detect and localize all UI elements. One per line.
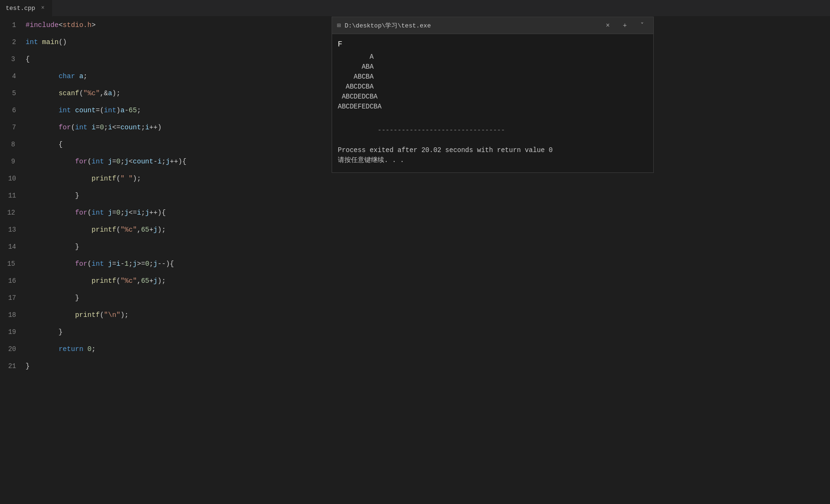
token-punc: ;: [83, 72, 88, 80]
code-line: 10 printf(" ");: [0, 170, 332, 187]
token-punc: ;: [120, 158, 125, 165]
line-number: 9: [0, 158, 24, 165]
token-punc: ,: [137, 226, 141, 234]
line-number: 14: [0, 243, 24, 251]
terminal-output: A ABA ABCBA ABCDCBA ABCDEDCBAABCDEFEDCBA: [338, 52, 648, 112]
token-punc: [26, 72, 59, 80]
terminal-overlay: ⊞ D:\desktop\学习\test.exe × + ˅ F A ABA A…: [332, 17, 830, 504]
token-num: 0: [116, 158, 120, 165]
line-content: #include<stdio.h>: [24, 21, 96, 29]
line-content: }: [24, 362, 30, 370]
token-var: i: [91, 124, 96, 131]
token-punc: );: [133, 175, 141, 182]
line-content: }: [24, 192, 79, 199]
code-line: 2int main(): [0, 34, 332, 51]
token-kw: int: [91, 260, 104, 268]
code-line: 19 }: [0, 324, 332, 341]
token-punc: ;: [104, 124, 108, 131]
token-punc: ;: [162, 158, 166, 165]
token-kw-ctrl: for: [75, 209, 87, 216]
code-line: 5 scanf("%c",&a);: [0, 85, 332, 102]
line-number: 16: [0, 277, 24, 285]
terminal-input: F: [338, 39, 648, 50]
token-var: j: [108, 260, 112, 268]
code-line: 18 printf("\n");: [0, 306, 332, 324]
terminal-add-button[interactable]: +: [618, 19, 632, 32]
token-var: i: [108, 124, 112, 131]
token-punc: >=: [137, 260, 145, 268]
token-punc: --){: [157, 260, 174, 268]
token-punc: ,: [137, 277, 141, 285]
token-punc: [26, 226, 91, 234]
line-content: printf("%c",65+j);: [24, 226, 166, 234]
token-var: count: [120, 124, 141, 131]
token-str: "%c": [120, 226, 137, 234]
tab-filename: test.cpp: [6, 5, 35, 12]
tab-close-button[interactable]: ×: [39, 4, 46, 12]
terminal-window: ⊞ D:\desktop\学习\test.exe × + ˅ F A ABA A…: [332, 17, 654, 173]
token-op: >: [91, 21, 96, 29]
token-punc: [104, 260, 108, 268]
token-punc: );: [120, 311, 128, 319]
terminal-separator: --------------------------------: [338, 116, 648, 145]
line-content: {: [24, 141, 63, 148]
token-punc: }: [26, 192, 79, 199]
terminal-close-button[interactable]: ×: [601, 19, 614, 32]
token-var: j: [108, 158, 112, 165]
token-kw: int: [91, 209, 104, 216]
line-content: }: [24, 243, 79, 251]
token-punc: (: [79, 90, 83, 97]
token-punc: [26, 90, 59, 97]
token-kw-ctrl: for: [75, 158, 87, 165]
token-var: a: [108, 90, 112, 97]
token-punc: [83, 345, 88, 353]
token-kw: int: [91, 158, 104, 165]
line-content: for(int j=0;j<=i;j++){: [24, 209, 166, 216]
code-line: 12 for(int j=0;j<=i;j++){: [0, 204, 332, 221]
terminal-output-line: ABCDEFEDCBA: [338, 102, 648, 112]
token-inc: #include: [26, 21, 59, 29]
token-var: a: [79, 72, 83, 80]
line-number: 3: [0, 55, 24, 63]
token-kw: int: [75, 124, 87, 131]
line-content: printf("%c",65+j);: [24, 277, 166, 285]
terminal-output-line: ABA: [338, 62, 648, 72]
line-number: 1: [0, 21, 24, 29]
token-var: i: [145, 124, 149, 131]
token-fn: printf: [75, 311, 99, 319]
token-fn: printf: [91, 277, 116, 285]
token-punc: ;: [120, 209, 125, 216]
token-str: " ": [120, 175, 133, 182]
token-punc: -: [125, 107, 129, 114]
line-number: 6: [0, 107, 24, 114]
token-num: 65: [129, 107, 137, 114]
line-number: 21: [0, 362, 24, 370]
token-str: "%c": [83, 90, 100, 97]
token-var: count: [133, 158, 153, 165]
token-punc: [75, 72, 79, 80]
token-punc: {: [26, 55, 30, 63]
token-punc: [26, 107, 59, 114]
token-var: a: [120, 107, 125, 114]
token-fn: scanf: [59, 90, 80, 97]
code-editor[interactable]: 1#include<stdio.h>2int main()3{4 char a;…: [0, 17, 332, 504]
terminal-output-line: ABCDCBA: [338, 82, 648, 92]
token-punc: ++){: [149, 209, 166, 216]
token-punc: [26, 158, 75, 165]
terminal-title: D:\desktop\学习\test.exe: [344, 21, 597, 30]
token-kw: int: [104, 107, 116, 114]
token-var: j: [133, 260, 137, 268]
line-number: 12: [0, 209, 24, 216]
code-lines: 1#include<stdio.h>2int main()3{4 char a;…: [0, 17, 332, 375]
token-punc: );: [112, 90, 120, 97]
token-punc: =(: [96, 107, 104, 114]
token-punc: {: [26, 141, 63, 148]
token-punc: (: [88, 158, 92, 165]
terminal-chevron-button[interactable]: ˅: [635, 19, 649, 32]
token-punc: (: [88, 260, 92, 268]
editor-tab[interactable]: test.cpp ×: [0, 0, 53, 17]
token-punc: [26, 209, 75, 216]
line-content: int count=(int)a-65;: [24, 107, 141, 114]
code-line: 21}: [0, 358, 332, 375]
token-punc: ;: [129, 260, 133, 268]
